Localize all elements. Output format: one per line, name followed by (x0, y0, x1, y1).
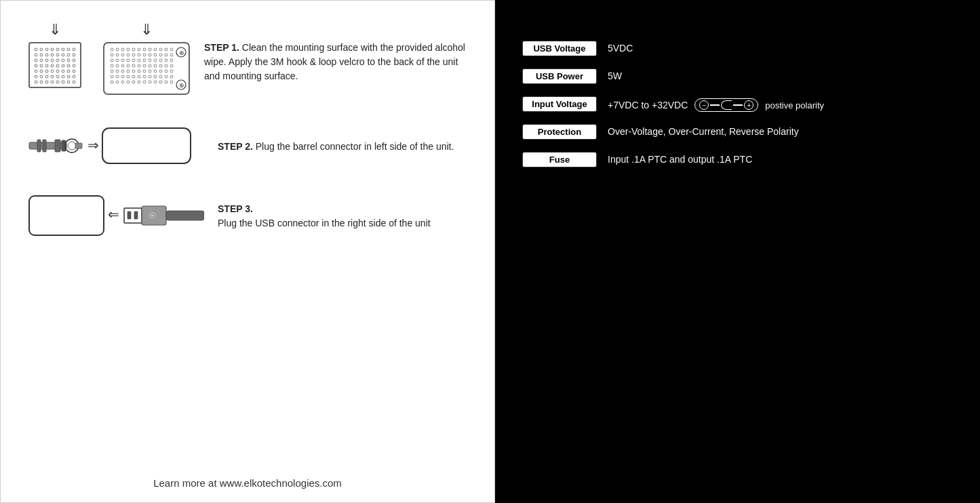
svg-point-113 (149, 70, 151, 73)
svg-point-102 (154, 64, 157, 67)
svg-point-86 (132, 59, 135, 62)
svg-rect-146 (29, 142, 66, 149)
step2-row: ⇒ STEP 2. Plug the barrel connector in l… (28, 123, 467, 170)
svg-point-116 (165, 70, 168, 73)
svg-text:☉: ☉ (149, 211, 156, 220)
svg-point-40 (73, 70, 75, 73)
svg-point-63 (138, 48, 140, 51)
svg-point-52 (51, 81, 54, 83)
svg-point-37 (56, 70, 59, 73)
spec-row-protection: Protection Over-Voltage, Over-Current, R… (522, 124, 953, 140)
svg-point-55 (67, 81, 70, 83)
svg-point-141 (170, 81, 173, 83)
svg-point-41 (35, 75, 37, 78)
svg-point-50 (40, 81, 43, 83)
svg-point-53 (56, 81, 59, 83)
svg-point-1 (35, 48, 37, 51)
svg-point-46 (62, 75, 64, 78)
svg-point-119 (116, 75, 119, 78)
svg-point-7 (67, 48, 70, 51)
svg-point-124 (143, 75, 146, 78)
spec-row-usb-power: USB Power 5W (522, 68, 953, 84)
svg-text:⊕: ⊕ (179, 82, 184, 89)
svg-point-15 (67, 54, 70, 56)
svg-point-123 (138, 75, 140, 78)
step2-illustration: ⇒ (28, 123, 204, 170)
arrow-down-icon2: ⇓ (140, 21, 153, 39)
step3-illustration: ⇐ ☉ (28, 190, 204, 241)
svg-point-64 (143, 48, 146, 51)
svg-point-91 (159, 59, 162, 62)
svg-point-150 (68, 142, 76, 150)
svg-point-82 (111, 59, 113, 62)
svg-point-95 (116, 64, 119, 67)
svg-point-18 (40, 59, 43, 62)
svg-point-139 (159, 81, 162, 83)
svg-point-12 (51, 54, 54, 56)
svg-point-24 (73, 59, 75, 62)
svg-point-130 (111, 81, 113, 83)
svg-point-79 (159, 54, 162, 56)
spec-value-usb-power: 5W (608, 68, 622, 81)
spec-label-usb-voltage: USB Voltage (522, 41, 597, 56)
svg-point-104 (165, 64, 168, 67)
svg-point-62 (132, 48, 135, 51)
svg-point-131 (116, 81, 119, 83)
svg-rect-159 (128, 212, 131, 219)
svg-point-101 (149, 64, 151, 67)
svg-point-5 (56, 48, 59, 51)
svg-rect-160 (134, 212, 138, 219)
svg-point-38 (62, 70, 64, 73)
specs-panel: USB Voltage 5VDC USB Power 5W Input Volt… (495, 0, 980, 503)
svg-rect-158 (124, 208, 142, 223)
svg-point-70 (111, 54, 113, 56)
step1-text: STEP 1. Clean the mounting surface with … (204, 41, 467, 83)
step2-text: STEP 2. Plug the barrel connector in lef… (218, 140, 454, 154)
svg-point-33 (35, 70, 37, 73)
plain-board-svg (28, 41, 82, 89)
svg-point-17 (35, 59, 37, 62)
svg-point-35 (45, 70, 48, 73)
svg-point-105 (170, 64, 173, 67)
svg-point-66 (154, 48, 157, 51)
svg-point-96 (121, 64, 124, 67)
instruction-panel: ⇓ (0, 0, 495, 503)
svg-point-94 (111, 64, 113, 67)
svg-point-118 (111, 75, 113, 78)
svg-point-21 (56, 59, 59, 62)
svg-point-134 (132, 81, 135, 83)
spec-row-usb-voltage: USB Voltage 5VDC (522, 41, 953, 56)
svg-point-75 (138, 54, 140, 56)
svg-point-31 (67, 64, 70, 67)
svg-point-138 (154, 81, 157, 83)
svg-text:⇐: ⇐ (108, 207, 119, 222)
svg-point-36 (51, 70, 54, 73)
svg-point-34 (40, 70, 43, 73)
svg-point-71 (116, 54, 119, 56)
svg-point-136 (143, 81, 146, 83)
polarity-line (710, 104, 720, 106)
svg-point-68 (165, 48, 168, 51)
svg-point-84 (121, 59, 124, 62)
svg-point-25 (35, 64, 37, 67)
spec-value-input-voltage: +7VDC to +32VDC − + postive polarity (608, 96, 824, 112)
svg-point-13 (56, 54, 59, 56)
svg-point-99 (138, 64, 140, 67)
svg-point-23 (67, 59, 70, 62)
svg-point-60 (121, 48, 124, 51)
svg-point-32 (73, 64, 75, 67)
svg-point-133 (127, 81, 130, 83)
svg-text:⊕: ⊕ (179, 49, 184, 56)
svg-point-121 (127, 75, 130, 78)
svg-rect-163 (166, 211, 204, 220)
svg-point-48 (73, 75, 75, 78)
step3-svg: ⇐ ☉ (28, 190, 204, 241)
svg-point-112 (143, 70, 146, 73)
svg-point-125 (149, 75, 151, 78)
svg-point-132 (121, 81, 124, 83)
svg-point-44 (51, 75, 54, 78)
svg-point-45 (56, 75, 59, 78)
svg-point-90 (154, 59, 157, 62)
svg-point-56 (73, 81, 75, 83)
svg-point-72 (121, 54, 124, 56)
